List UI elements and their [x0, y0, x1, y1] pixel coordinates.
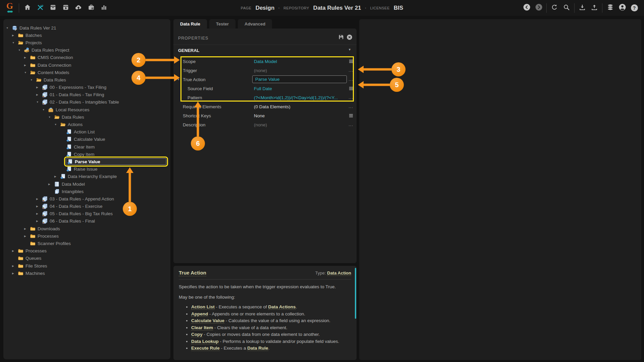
scrollbar-thumb[interactable] [355, 268, 356, 319]
property-value[interactable]: Data Model [254, 59, 277, 64]
expander-icon[interactable]: ▶ [12, 272, 17, 275]
help-term-link[interactable]: Append [191, 311, 208, 317]
property-row-description[interactable]: Description(none)... [173, 120, 357, 129]
expander-icon[interactable]: ▼ [42, 108, 48, 111]
tree-item-00-expressions-tax-filing[interactable]: ▶00 - Expressions - Tax Filing [3, 84, 170, 91]
expander-icon[interactable]: ▼ [24, 71, 30, 74]
batch-process-button[interactable] [61, 4, 70, 12]
tree-item-downloads[interactable]: ▶Downloads [3, 225, 170, 232]
ellipsis-button[interactable]: ... [348, 105, 353, 108]
help-button[interactable]: ? [630, 4, 639, 12]
tree-item-scanner-profiles[interactable]: Scanner Profiles [3, 240, 170, 247]
refresh-button[interactable] [550, 4, 559, 12]
tree-item-file-stores[interactable]: ▶File Stores [3, 262, 170, 269]
value-edit-box[interactable]: Parse Value [252, 75, 347, 83]
help-term-link[interactable]: Clear Item [191, 325, 213, 330]
upload-button[interactable] [590, 4, 599, 12]
expander-icon[interactable]: ▼ [48, 116, 54, 119]
tree-item-calculate-value[interactable]: Calculate Value [3, 136, 170, 143]
dropdown-menu-button[interactable] [349, 114, 353, 117]
property-row-required-elements[interactable]: Required Elements(0 Data Elements)... [173, 102, 357, 111]
connections-button[interactable] [606, 4, 614, 12]
property-row-trigger[interactable]: Trigger(none)... [173, 66, 357, 75]
download-button[interactable] [578, 4, 587, 12]
close-button[interactable] [346, 34, 353, 42]
tree-item-local-resources[interactable]: ▼Local Resources [3, 106, 170, 113]
property-value[interactable]: None [254, 113, 265, 118]
property-value[interactable]: (0 Data Elements) [254, 104, 290, 109]
tab-advanced[interactable]: Advanced [238, 19, 272, 28]
tree-item-data-rules-ver-21[interactable]: ▼Data Rules Ver 21 [3, 24, 170, 32]
expander-icon[interactable]: ▶ [36, 197, 42, 200]
jobs-clock-button[interactable] [87, 4, 96, 12]
expander-icon[interactable]: ▼ [18, 49, 23, 52]
tree-item-content-models[interactable]: ▼Content Models [3, 69, 170, 76]
ellipsis-button[interactable]: ... [348, 96, 353, 99]
tree-item-actions[interactable]: ▼Actions [3, 121, 170, 128]
tree-item-03-data-rules-append-action[interactable]: ▶03 - Data Rules - Append Action [3, 195, 170, 202]
dropdown-menu-button[interactable] [349, 86, 353, 90]
bar-chart-button[interactable] [100, 4, 108, 12]
expander-icon[interactable]: ▶ [12, 249, 17, 252]
help-term-link[interactable]: Data Actions [268, 304, 296, 310]
tree-item-06-data-rules-final[interactable]: ▶06 - Data Rules - Final [3, 218, 170, 225]
expander-icon[interactable]: ▶ [36, 212, 42, 215]
help-term-link[interactable]: Calculate Value [191, 318, 224, 323]
tab-data-rule[interactable]: Data Rule [173, 19, 207, 28]
help-term-link[interactable]: Data Lookup [191, 339, 219, 344]
tree-item-intangibles[interactable]: Intangibles [3, 188, 170, 195]
tree-item-data-rules[interactable]: ▼Data Rules [3, 113, 170, 121]
tree-item-02-data-rules-intangibles-table[interactable]: ▼02 - Data Rules - Intangibles Table [3, 99, 170, 106]
expander-icon[interactable]: ▶ [54, 175, 60, 178]
property-row-true-action[interactable]: ▼True ActionParse Value... [173, 75, 357, 84]
help-title-link[interactable]: True Action [179, 270, 206, 276]
expander-icon[interactable]: ▼ [6, 26, 11, 29]
expander-icon[interactable]: ▶ [36, 86, 42, 89]
expander-icon[interactable]: ▶ [24, 227, 30, 230]
expander-icon[interactable]: ▼ [12, 41, 17, 44]
expander-icon[interactable]: ▶ [48, 183, 54, 186]
expander-icon[interactable]: ▼ [54, 123, 60, 126]
save-button[interactable] [338, 34, 344, 42]
expander-icon[interactable]: ▼ [36, 101, 42, 104]
property-row-shortcut-keys[interactable]: Shortcut KeysNone [173, 111, 357, 120]
tree-item-action-list[interactable]: Action List [3, 128, 170, 136]
tree-item-05-data-rules-big-tax-rules[interactable]: ▶05 - Data Rules - Big Tax Rules [3, 210, 170, 218]
tree-item-cmis-connection[interactable]: ▶CMIS Connection [3, 54, 170, 61]
ellipsis-button[interactable]: ... [348, 69, 353, 72]
property-row-pattern[interactable]: Pattern(?<Month>\d{1,2})/(?<Day>\d{1,2})… [173, 93, 357, 102]
tree-item-processes[interactable]: ▶Processes [3, 232, 170, 240]
tree-item-data-rules-project[interactable]: ▼Data Rules Project [3, 47, 170, 54]
property-value[interactable]: Full Date [254, 86, 272, 91]
help-term-link[interactable]: Data Rule [247, 346, 268, 351]
expander-icon[interactable]: ▶ [12, 264, 17, 267]
expander-icon[interactable]: ▶ [36, 205, 42, 208]
tree-item-data-connection[interactable]: ▶Data Connection [3, 61, 170, 69]
expander-icon[interactable]: ▶ [36, 220, 42, 223]
tree-item-data-hierarchy-example[interactable]: ▶Data Hierarchy Example [3, 173, 170, 180]
tree-item-copy-item[interactable]: Copy Item [3, 150, 170, 158]
help-term-link[interactable]: Copy [191, 332, 203, 337]
property-value[interactable]: (none) [254, 68, 267, 73]
design-tools-button[interactable] [36, 4, 45, 12]
tree-item-01-data-rules-tax-filing[interactable]: ▶01 - Data Rules - Tax Filing [3, 91, 170, 99]
expander-icon[interactable]: ▶ [24, 56, 30, 59]
dropdown-menu-button[interactable] [349, 59, 353, 63]
tab-tester[interactable]: Tester [209, 19, 235, 28]
tree-item-queues[interactable]: Queues [3, 255, 170, 262]
expander-icon[interactable]: ▼ [30, 78, 36, 81]
tree-item-raise-issue[interactable]: Raise Issue [3, 166, 170, 173]
tree-item-batches[interactable]: ▶Batches [3, 32, 170, 39]
property-value[interactable]: (none) [254, 122, 267, 127]
search-button[interactable] [562, 4, 571, 12]
account-button[interactable] [618, 4, 627, 12]
tree-item-clear-item[interactable]: Clear Item [3, 143, 170, 150]
forward-button[interactable] [534, 4, 543, 12]
property-expander-icon[interactable]: ▼ [177, 78, 180, 81]
help-type-link[interactable]: Data Action [327, 270, 351, 276]
tree-item-parse-value[interactable]: Parse Value [3, 158, 170, 165]
ellipsis-button[interactable]: ... [348, 78, 353, 81]
cloud-upload-button[interactable] [74, 4, 83, 12]
tree-item-data-rules[interactable]: ▼Data Rules [3, 76, 170, 83]
back-button[interactable] [522, 4, 531, 12]
